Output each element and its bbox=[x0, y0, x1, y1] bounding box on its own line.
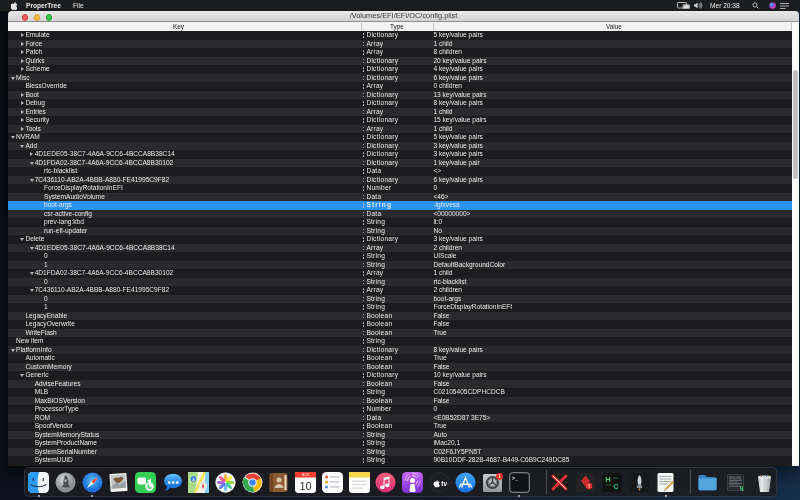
svg-text:>_: >_ bbox=[512, 476, 519, 482]
svg-text:NOV: NOV bbox=[302, 473, 310, 477]
svg-text:A: A bbox=[192, 477, 195, 482]
svg-text:H: H bbox=[605, 475, 610, 484]
svg-text:1: 1 bbox=[498, 474, 501, 479]
svg-text:C: C bbox=[613, 482, 619, 491]
svg-text:tv: tv bbox=[441, 480, 447, 487]
svg-text:10: 10 bbox=[299, 480, 311, 492]
